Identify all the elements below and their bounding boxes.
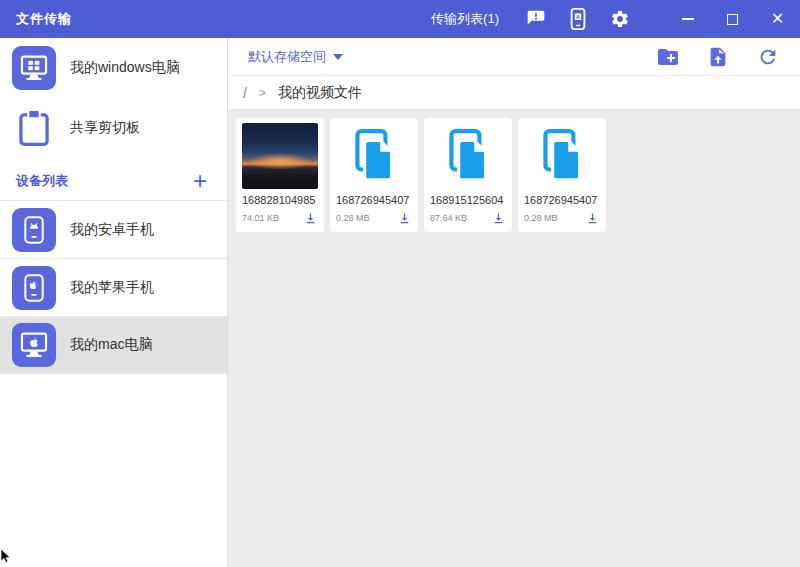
- clipboard-icon: [12, 106, 56, 150]
- android-phone-icon: [12, 208, 56, 252]
- file-size: 0.28 MB: [336, 213, 370, 223]
- storage-space-dropdown[interactable]: 默认存储空间: [248, 48, 343, 66]
- new-folder-icon[interactable]: [656, 45, 680, 69]
- transfer-list-button[interactable]: 传输列表(1): [431, 10, 499, 28]
- download-icon[interactable]: [584, 210, 600, 226]
- file-size: 0.28 MB: [524, 213, 558, 223]
- file-grid: 1688281049857.jpg 74.01 KB: [228, 109, 800, 241]
- breadcrumb-current-folder: 我的视频文件: [278, 84, 362, 102]
- app-title: 文件传输: [16, 10, 72, 28]
- file-card-video[interactable]: 1687269454079.MP4 0.28 MB: [518, 118, 606, 232]
- titlebar: 文件传输 传输列表(1) A ✕: [0, 0, 800, 38]
- minimize-icon[interactable]: [665, 0, 710, 38]
- add-device-button[interactable]: +: [189, 169, 211, 193]
- svg-text:A: A: [576, 14, 581, 20]
- device-item-apple-phone[interactable]: 我的苹果手机: [0, 258, 227, 316]
- phone-mirror-icon[interactable]: A: [567, 8, 589, 30]
- chevron-down-icon: [333, 54, 343, 65]
- refresh-icon[interactable]: [756, 45, 780, 69]
- message-feedback-icon[interactable]: [525, 8, 547, 30]
- file-name: 1688281049857.jpg: [242, 193, 318, 210]
- device-label: 我的安卓手机: [70, 221, 154, 239]
- storage-toolbar: 默认存储空间: [228, 38, 800, 76]
- device-list-header: 设备列表 +: [0, 162, 227, 200]
- device-list-title: 设备列表: [16, 172, 68, 190]
- download-icon[interactable]: [490, 210, 506, 226]
- download-icon[interactable]: [302, 210, 318, 226]
- main-content: 默认存储空间: [228, 38, 800, 567]
- file-name: 16872694540792.MP4: [336, 193, 412, 210]
- sidebar: 我的windows电脑 共享剪切板 设备列表 +: [0, 38, 228, 567]
- mouse-cursor-icon: [0, 549, 12, 567]
- breadcrumb-separator-icon: >: [259, 86, 266, 100]
- maximize-icon[interactable]: [710, 0, 755, 38]
- windows-computer-icon: [12, 46, 56, 90]
- file-name: 1689151256048.mp4: [430, 193, 506, 210]
- close-icon[interactable]: ✕: [755, 0, 800, 38]
- image-thumbnail: [242, 123, 318, 189]
- breadcrumb: / > 我的视频文件: [228, 76, 800, 109]
- breadcrumb-root[interactable]: /: [243, 85, 247, 101]
- sidebar-item-my-computer[interactable]: 我的windows电脑: [0, 38, 227, 98]
- video-file-icon: [524, 123, 600, 189]
- mac-computer-icon: [12, 323, 56, 367]
- upload-file-icon[interactable]: [706, 45, 730, 69]
- video-file-icon: [430, 123, 506, 189]
- download-icon[interactable]: [396, 210, 412, 226]
- file-card-image[interactable]: 1688281049857.jpg 74.01 KB: [236, 118, 324, 232]
- settings-gear-icon[interactable]: [609, 8, 631, 30]
- file-card-video[interactable]: 16872694540792.MP4 0.28 MB: [330, 118, 418, 232]
- file-size: 87.64 KB: [430, 213, 467, 223]
- shared-clipboard-label: 共享剪切板: [70, 119, 140, 137]
- storage-space-label: 默认存储空间: [248, 48, 326, 66]
- file-transfer-window: 文件传输 传输列表(1) A ✕: [0, 0, 800, 567]
- file-card-video[interactable]: 1689151256048.mp4 87.64 KB: [424, 118, 512, 232]
- sidebar-item-shared-clipboard[interactable]: 共享剪切板: [0, 98, 227, 158]
- device-label: 我的mac电脑: [70, 336, 152, 354]
- apple-phone-icon: [12, 266, 56, 310]
- my-computer-label: 我的windows电脑: [70, 59, 180, 77]
- device-label: 我的苹果手机: [70, 279, 154, 297]
- file-size: 74.01 KB: [242, 213, 279, 223]
- file-name: 1687269454079.MP4: [524, 193, 600, 210]
- video-file-icon: [336, 123, 412, 189]
- device-item-mac-computer[interactable]: 我的mac电脑: [0, 316, 227, 374]
- device-item-android-phone[interactable]: 我的安卓手机: [0, 200, 227, 258]
